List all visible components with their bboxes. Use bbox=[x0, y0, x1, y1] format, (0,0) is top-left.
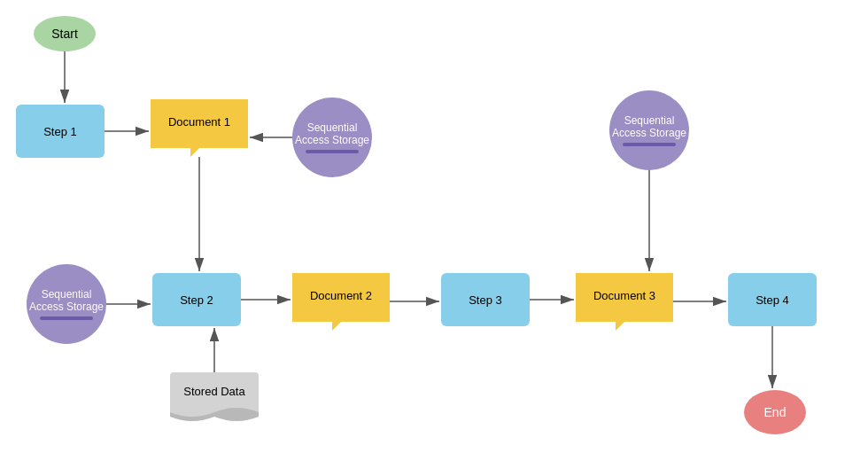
end-node: End bbox=[744, 390, 806, 434]
document3-node: Document 3 bbox=[576, 273, 673, 331]
step2-node: Step 2 bbox=[152, 273, 241, 326]
document1-label: Document 1 bbox=[151, 115, 248, 129]
document2-label: Document 2 bbox=[292, 289, 390, 302]
document3-label: Document 3 bbox=[576, 289, 673, 302]
start-node: Start bbox=[34, 16, 96, 51]
storage1-node: SequentialAccess Storage bbox=[292, 98, 372, 177]
step1-node: Step 1 bbox=[16, 105, 105, 158]
document2-node: Document 2 bbox=[292, 273, 390, 331]
document1-node: Document 1 bbox=[151, 99, 248, 157]
storage1-label: SequentialAccess Storage bbox=[295, 121, 369, 146]
storage2-node: SequentialAccess Storage bbox=[609, 90, 689, 170]
arrows-layer bbox=[0, 0, 868, 453]
flowchart-diagram: Start Step 1 Document 1 SequentialAccess… bbox=[0, 0, 868, 453]
storage2-label: SequentialAccess Storage bbox=[612, 114, 686, 139]
stored-data-label: Stored Data bbox=[170, 385, 259, 398]
stored-data-node: Stored Data bbox=[170, 372, 259, 426]
step3-node: Step 3 bbox=[441, 273, 530, 326]
step4-node: Step 4 bbox=[728, 273, 817, 326]
storage3-node: SequentialAccess Storage bbox=[27, 264, 106, 344]
storage3-label: SequentialAccess Storage bbox=[29, 288, 104, 313]
